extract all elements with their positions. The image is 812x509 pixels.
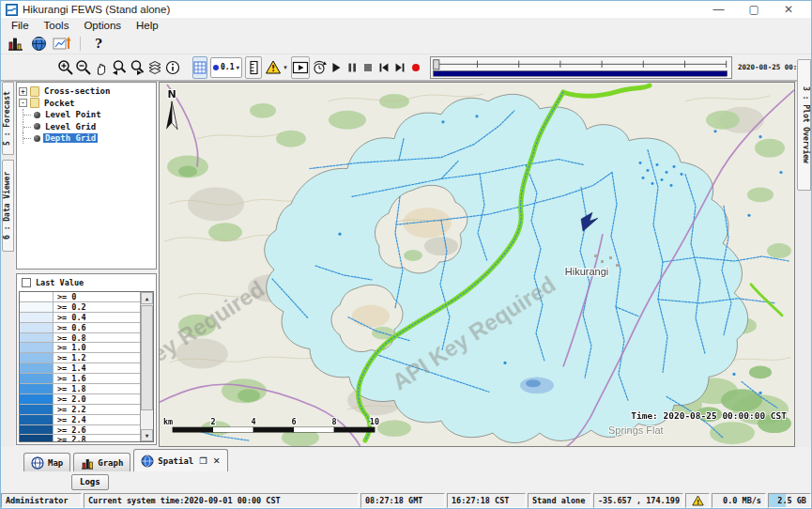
help-button[interactable]: ? <box>88 35 109 54</box>
legend-swatch <box>20 405 54 414</box>
chart-arrow-icon <box>53 36 71 52</box>
pause-button[interactable] <box>345 56 360 79</box>
legend-swatch <box>20 425 54 435</box>
legend-table: >= 0 >= 0.2 >= 0.4 >= 0.6 >= 0.8 >= 1.0 … <box>19 291 154 442</box>
pan-hand-icon <box>93 59 110 76</box>
time-slider-handle[interactable] <box>434 59 439 69</box>
scrollbar-thumb[interactable] <box>141 305 153 410</box>
legend-row: >= 1.8 <box>20 384 140 394</box>
tab-map[interactable]: Map <box>23 453 70 471</box>
tree-item-cross-section[interactable]: + Cross-section <box>19 85 156 98</box>
animation-settings-button[interactable] <box>311 56 328 79</box>
legend-row: >= 1.0 <box>20 343 140 353</box>
window-title: Hikurangi FEWS (Stand alone) <box>23 4 170 15</box>
threshold-dot-icon <box>213 65 219 70</box>
legend-swatch <box>20 343 54 352</box>
info-button[interactable] <box>164 56 181 79</box>
panel-restore-icon[interactable]: ❒ <box>199 455 207 466</box>
close-button[interactable]: ✕ <box>784 5 793 14</box>
scroll-up-icon[interactable]: ▲ <box>141 292 153 304</box>
tree-item-pocket[interactable]: - Pocket <box>19 98 156 110</box>
legend-swatch <box>20 415 54 424</box>
pan-button[interactable] <box>93 56 110 79</box>
tree-item-depth-grid[interactable]: Depth Grid <box>19 132 156 145</box>
status-local-time: 16:27:18 CST <box>447 493 526 508</box>
warning-triangle-icon: ! <box>265 59 282 75</box>
animation-clock-icon <box>311 59 328 76</box>
tab-graph[interactable]: Graph <box>73 453 130 471</box>
zoom-next-button[interactable] <box>129 56 146 79</box>
status-warning[interactable]: ! <box>685 493 710 508</box>
legend-row: >= 2.8 <box>20 435 140 441</box>
time-slider[interactable] <box>430 56 732 79</box>
tab-data-viewer[interactable]: 6 : Data Viewer <box>2 160 14 252</box>
legend-swatch <box>20 323 54 332</box>
step-forward-button[interactable] <box>392 56 407 79</box>
legend-row: >= 1.4 <box>20 363 140 374</box>
town-label: Hikurangi <box>565 266 608 277</box>
layers-button[interactable] <box>146 56 163 79</box>
stop-button[interactable] <box>360 56 375 79</box>
main-area: 5 : Forecast 6 : Data Viewer + Cross-sec… <box>1 82 811 447</box>
thresholds-warning-dropdown[interactable]: ! ▼ <box>263 59 290 75</box>
map-display-button[interactable] <box>28 35 49 54</box>
menu-file[interactable]: File <box>4 19 37 33</box>
folder-icon <box>30 98 39 108</box>
left-tab-strip: 5 : Forecast 6 : Data Viewer <box>1 82 14 447</box>
legend-row: >= 0.4 <box>20 313 140 323</box>
minimize-button[interactable]: — <box>713 5 725 14</box>
bar-chart-icon <box>7 36 23 52</box>
map-viewport[interactable]: API Key Required API Key Required N km 2… <box>159 82 795 447</box>
warning-triangle-icon: ! <box>692 495 704 506</box>
step-backward-button[interactable] <box>376 56 391 79</box>
scrollbar-track[interactable] <box>141 411 153 429</box>
legend-scrollbar[interactable]: ▲ ▼ <box>140 292 153 441</box>
legend-swatch <box>20 353 54 362</box>
scale-legend-button[interactable] <box>245 56 262 79</box>
legend-row: >= 2.4 <box>20 415 140 425</box>
layers-icon <box>146 59 163 76</box>
legend-swatch <box>20 363 54 373</box>
collapse-icon[interactable]: - <box>19 99 27 107</box>
tab-label: Spatial <box>158 456 193 466</box>
tab-label: Map <box>48 458 63 468</box>
play-box-icon <box>292 59 309 76</box>
tree-item-level-grid[interactable]: Level Grid <box>19 121 156 133</box>
grid-display-button[interactable] <box>192 56 207 79</box>
threshold-dropdown[interactable]: 0.1 ▼ <box>210 57 242 78</box>
status-system-time: Current system time:2020-09-01 00:00 CST <box>84 493 359 508</box>
menu-options[interactable]: Options <box>76 19 129 33</box>
tab-plot-overview[interactable]: 3 : Plot Overview <box>797 59 811 191</box>
step-forward-icon <box>392 60 407 75</box>
panel-close-icon[interactable]: ✕ <box>213 455 221 466</box>
tab-spatial[interactable]: Spatial ❒ ✕ <box>133 449 227 471</box>
svg-text:4: 4 <box>251 417 255 426</box>
chevron-down-icon: ▼ <box>283 65 288 70</box>
play-button[interactable] <box>329 56 344 79</box>
bar-chart-icon <box>81 456 94 470</box>
tree-item-label-selected: Depth Grid <box>43 133 98 143</box>
timeseries-button[interactable] <box>52 35 72 54</box>
menu-tools[interactable]: Tools <box>37 19 77 33</box>
zoom-out-button[interactable] <box>75 56 92 79</box>
threshold-value: 0.1 <box>221 63 234 71</box>
zoom-in-button[interactable] <box>57 56 74 79</box>
menu-help[interactable]: Help <box>129 19 166 33</box>
scroll-down-icon[interactable]: ▼ <box>141 429 153 441</box>
maximize-button[interactable]: ▢ <box>749 5 759 14</box>
zoom-previous-button[interactable] <box>111 56 128 79</box>
record-button[interactable] <box>408 56 423 79</box>
last-value-checkbox[interactable] <box>22 278 31 287</box>
logs-button[interactable]: Logs <box>71 474 109 490</box>
status-bar: Administrator Current system time:2020-0… <box>1 492 811 508</box>
tab-forecast[interactable]: 5 : Forecast <box>2 82 14 155</box>
status-download-speed: 0.0 MB/s <box>712 493 766 508</box>
tree-item-level-point[interactable]: Level Point <box>19 109 156 121</box>
lake-patch <box>520 377 554 393</box>
globe-icon <box>141 455 154 468</box>
analysis-button[interactable] <box>5 35 25 54</box>
legend-row: >= 2.2 <box>20 405 140 415</box>
expand-icon[interactable]: + <box>19 87 27 96</box>
layer-tree[interactable]: + Cross-section - Pocket Level Point <box>16 82 157 270</box>
animate-forward-button[interactable] <box>291 56 310 79</box>
